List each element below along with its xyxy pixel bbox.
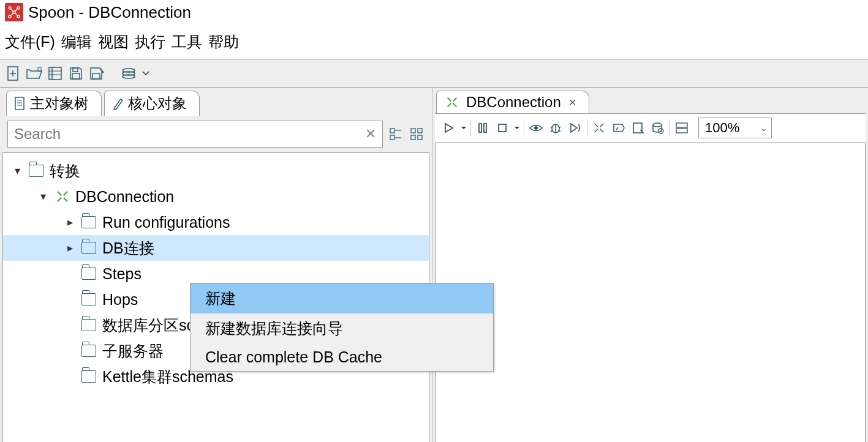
menubar: 文件(F) 编辑 视图 执行 工具 帮助 xyxy=(0,28,868,59)
menu-clear-cache[interactable]: Clear complete DB Cache xyxy=(191,343,493,371)
impact-icon[interactable] xyxy=(609,119,628,137)
tab-dbconnection[interactable]: DBConnection ✕ xyxy=(436,91,589,113)
show-results-icon[interactable] xyxy=(673,119,691,137)
svg-point-38 xyxy=(534,126,538,130)
tree-item-label: Run configurations xyxy=(102,214,230,231)
pencil-icon xyxy=(112,97,124,110)
menu-edit[interactable]: 编辑 xyxy=(61,32,92,52)
tab-core-objects[interactable]: 核心对象 xyxy=(104,91,200,116)
tree-item-label: Hops xyxy=(102,291,138,309)
perspective-dropdown-icon[interactable] xyxy=(141,64,151,83)
tab-main-tree[interactable]: 主对象树 xyxy=(6,91,102,116)
tree-root[interactable]: ▾ 转换 xyxy=(3,158,429,184)
tab-main-tree-label: 主对象树 xyxy=(30,94,89,113)
clear-search-icon[interactable]: ✕ xyxy=(365,126,376,142)
menu-file[interactable]: 文件(F) xyxy=(5,32,55,52)
menu-run[interactable]: 执行 xyxy=(135,32,165,52)
folder-icon xyxy=(81,216,96,228)
debug-icon[interactable] xyxy=(546,119,565,137)
svg-line-44 xyxy=(559,130,560,132)
menu-tools[interactable]: 工具 xyxy=(172,32,202,52)
svg-rect-18 xyxy=(72,73,80,79)
run-icon[interactable] xyxy=(440,119,458,137)
chevron-down-icon[interactable]: ▾ xyxy=(10,164,24,178)
save-as-icon[interactable] xyxy=(88,64,105,83)
folder-icon xyxy=(81,293,96,305)
perspective-icon[interactable] xyxy=(120,64,137,83)
svg-rect-34 xyxy=(418,135,422,140)
explorer-icon[interactable] xyxy=(47,64,64,83)
menu-view[interactable]: 视图 xyxy=(98,32,129,52)
tab-core-objects-label: 核心对象 xyxy=(128,94,187,113)
replay-icon[interactable] xyxy=(566,119,584,137)
pause-icon[interactable] xyxy=(474,119,492,137)
tree-transformation[interactable]: ▾ DBConnection xyxy=(3,184,429,209)
svg-rect-13 xyxy=(49,67,61,80)
window-title: Spoon - DBConnection xyxy=(28,3,191,22)
tree-run-config[interactable]: ▸ Run configurations xyxy=(3,209,429,235)
right-panel: DBConnection ✕ 100% ⌄ xyxy=(432,88,868,442)
tree-transformation-label: DBConnection xyxy=(75,188,174,206)
menu-new[interactable]: 新建 xyxy=(191,283,493,313)
svg-line-43 xyxy=(551,130,553,132)
tree-item-label: 子服务器 xyxy=(102,341,164,361)
folder-icon xyxy=(81,370,96,383)
expand-tree-icon[interactable] xyxy=(389,127,404,141)
svg-line-7 xyxy=(11,13,13,15)
menu-new-wizard[interactable]: 新建数据库连接向导 xyxy=(191,313,493,343)
tree-db-connection[interactable]: ▸ DB连接 xyxy=(3,235,429,261)
svg-rect-19 xyxy=(92,73,100,79)
explore-db-icon[interactable] xyxy=(649,119,667,137)
svg-rect-12 xyxy=(38,67,41,71)
transformation-icon xyxy=(444,94,460,110)
verify-icon[interactable] xyxy=(590,119,608,137)
svg-rect-27 xyxy=(390,129,394,133)
folder-icon xyxy=(81,268,96,280)
collapse-tree-icon[interactable] xyxy=(410,127,425,141)
svg-rect-45 xyxy=(633,123,642,133)
titlebar: Spoon - DBConnection xyxy=(0,0,868,28)
folder-icon xyxy=(81,319,96,331)
zoom-select[interactable]: 100% ⌄ xyxy=(698,118,772,138)
transformation-icon xyxy=(55,189,70,204)
svg-point-4 xyxy=(17,15,20,18)
tree-root-label: 转换 xyxy=(50,161,80,181)
canvas-toolbar: 100% ⌄ xyxy=(435,113,866,143)
main-toolbar xyxy=(0,59,868,88)
sql-icon[interactable] xyxy=(629,119,647,137)
folder-icon xyxy=(81,242,96,254)
folder-icon xyxy=(81,345,96,357)
stop-dropdown-icon[interactable] xyxy=(513,119,521,137)
svg-rect-23 xyxy=(15,97,24,110)
left-panel: 主对象树 核心对象 ✕ ▾ 转换 ▾ xyxy=(0,88,432,442)
run-dropdown-icon[interactable] xyxy=(459,119,468,137)
canvas[interactable] xyxy=(435,143,866,442)
svg-rect-37 xyxy=(499,124,506,132)
save-icon[interactable] xyxy=(67,64,85,83)
new-file-icon[interactable] xyxy=(5,64,22,83)
chevron-right-icon[interactable]: ▸ xyxy=(63,241,77,255)
search-box[interactable]: ✕ xyxy=(7,121,383,148)
svg-rect-33 xyxy=(411,135,415,140)
svg-rect-31 xyxy=(411,129,415,133)
svg-point-46 xyxy=(653,123,662,127)
svg-rect-28 xyxy=(390,135,394,140)
svg-point-3 xyxy=(9,15,11,18)
menu-help[interactable]: 帮助 xyxy=(208,32,239,52)
preview-icon[interactable] xyxy=(527,119,545,137)
svg-rect-17 xyxy=(73,68,78,72)
stop-icon[interactable] xyxy=(493,119,511,137)
chevron-down-icon[interactable]: ▾ xyxy=(36,190,50,203)
svg-rect-35 xyxy=(479,124,481,132)
tab-label: DBConnection xyxy=(466,94,561,111)
open-file-icon[interactable] xyxy=(26,64,43,83)
svg-line-8 xyxy=(15,13,17,15)
svg-line-5 xyxy=(11,9,13,12)
chevron-right-icon[interactable]: ▸ xyxy=(63,215,77,229)
svg-rect-48 xyxy=(676,123,687,127)
zoom-value: 100% xyxy=(705,120,739,136)
svg-rect-49 xyxy=(676,129,687,133)
svg-line-6 xyxy=(15,9,17,12)
search-input[interactable] xyxy=(14,125,376,143)
close-tab-icon[interactable]: ✕ xyxy=(568,97,576,108)
